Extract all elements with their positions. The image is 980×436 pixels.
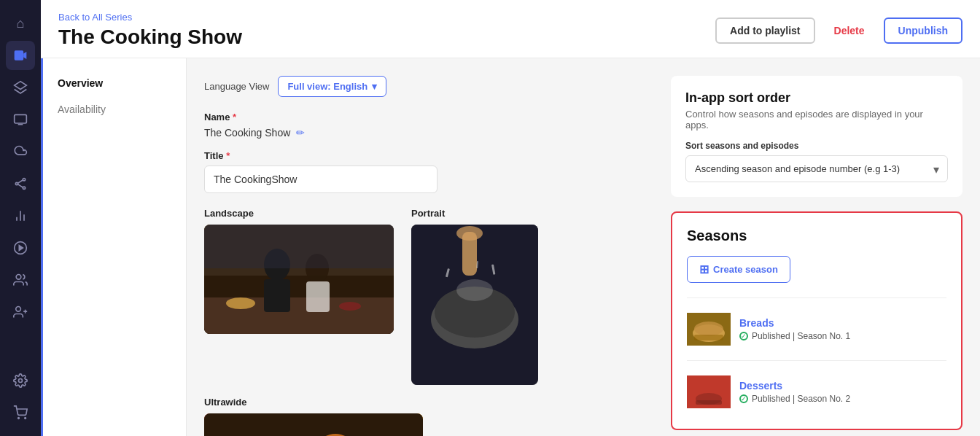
header-actions: Add to playlist Delete Unpublish [715, 17, 962, 44]
season-status-text-breads: Published | Season No. 1 [752, 331, 850, 341]
svg-point-15 [16, 275, 21, 280]
sort-description: Control how seasons and episodes are dis… [685, 109, 948, 131]
status-dot-desserts [739, 394, 748, 403]
season-divider-2 [687, 360, 946, 361]
language-value: Full view: English [287, 81, 368, 92]
cart-icon[interactable] [6, 398, 35, 427]
title-required-marker: * [226, 150, 230, 161]
settings-icon[interactable] [6, 366, 35, 395]
title-input[interactable] [204, 166, 438, 193]
svg-point-5 [23, 179, 25, 181]
create-season-label: Create season [713, 264, 778, 275]
svg-rect-3 [15, 114, 27, 123]
svg-rect-57 [694, 335, 723, 340]
ultrawide-image [204, 413, 423, 436]
portrait-image [411, 225, 538, 385]
sort-section: In-app sort order Control how seasons an… [671, 76, 962, 197]
svg-point-30 [339, 302, 361, 311]
user-plus-icon[interactable] [6, 297, 35, 327]
landscape-image [204, 225, 394, 334]
portrait-label: Portrait [411, 208, 538, 219]
cloud-icon[interactable] [6, 137, 35, 166]
season-status-text-desserts: Published | Season No. 2 [752, 394, 850, 404]
title-label: Title * [204, 150, 648, 161]
images-row: Landscape [204, 208, 648, 385]
sidebar: ⌂ [0, 0, 41, 436]
name-required-marker: * [233, 112, 236, 122]
delete-button[interactable]: Delete [821, 19, 878, 42]
left-column: Language View Full view: English ▾ Name … [204, 76, 648, 419]
content-area: Overview Availability Language View Full… [41, 58, 980, 436]
ultrawide-group: Ultrawide [204, 397, 648, 436]
page-title: The Cooking Show [58, 26, 242, 49]
nav-item-availability[interactable]: Availability [43, 96, 186, 122]
edit-name-icon[interactable]: ✏ [296, 127, 305, 139]
nav-item-overview[interactable]: Overview [43, 70, 186, 96]
sort-select[interactable]: Ascending season and episode number (e.g… [685, 155, 948, 182]
svg-rect-28 [306, 281, 330, 312]
name-value-row: The Cooking Show ✏ [204, 127, 648, 139]
tv-icon[interactable] [6, 105, 35, 134]
svg-line-8 [18, 180, 23, 183]
language-select-btn[interactable]: Full view: English ▾ [278, 76, 386, 97]
landscape-label: Landscape [204, 208, 394, 219]
video-icon[interactable] [6, 41, 35, 70]
header-left: Back to All Series The Cooking Show [58, 12, 242, 49]
svg-marker-1 [23, 52, 26, 59]
season-name-breads[interactable]: Breads [739, 317, 850, 329]
svg-point-39 [456, 279, 493, 301]
svg-marker-2 [15, 82, 27, 90]
images-section: Landscape [204, 208, 648, 436]
season-thumb-desserts [687, 375, 731, 408]
svg-rect-26 [264, 279, 290, 312]
sort-select-wrapper: Ascending season and episode number (e.g… [685, 155, 948, 182]
svg-point-19 [19, 379, 23, 383]
seasons-title: Seasons [687, 227, 946, 244]
play-circle-icon[interactable] [6, 233, 35, 262]
portrait-group: Portrait [411, 208, 538, 385]
language-row: Language View Full view: English ▾ [204, 76, 648, 97]
right-column: In-app sort order Control how seasons an… [671, 76, 962, 419]
layers-icon[interactable] [6, 73, 35, 102]
svg-rect-64 [696, 400, 722, 405]
season-status-breads: Published | Season No. 1 [739, 331, 850, 341]
add-to-playlist-button[interactable]: Add to playlist [715, 17, 814, 44]
svg-point-21 [25, 418, 26, 419]
main-container: Back to All Series The Cooking Show Add … [41, 0, 980, 436]
landscape-group: Landscape [204, 208, 394, 385]
create-season-button[interactable]: ⊞ Create season [687, 256, 790, 283]
users-icon[interactable] [6, 265, 35, 295]
left-nav: Overview Availability [41, 58, 187, 436]
season-item-desserts[interactable]: Desserts Published | Season No. 2 [687, 370, 946, 414]
svg-point-56 [694, 322, 723, 336]
svg-point-41 [456, 226, 483, 241]
seasons-section: Seasons ⊞ Create season [671, 211, 962, 430]
name-field-group: Name * The Cooking Show ✏ [204, 112, 648, 139]
svg-marker-14 [19, 246, 23, 251]
svg-point-6 [15, 182, 18, 184]
season-item-breads[interactable]: Breads Published | Season No. 1 [687, 307, 946, 351]
name-label: Name * [204, 112, 648, 122]
title-field-group: Title * [204, 150, 648, 193]
sort-title: In-app sort order [685, 90, 948, 106]
home-icon[interactable]: ⌂ [6, 9, 35, 38]
sort-label: Sort seasons and episodes [685, 141, 948, 151]
chart-icon[interactable] [6, 201, 35, 230]
share-icon[interactable] [6, 169, 35, 198]
chevron-down-icon: ▾ [372, 81, 377, 92]
season-info-breads: Breads Published | Season No. 1 [739, 317, 850, 341]
svg-rect-0 [15, 50, 24, 60]
svg-point-16 [16, 307, 21, 312]
svg-point-20 [18, 418, 20, 419]
svg-line-9 [18, 184, 23, 187]
page-header: Back to All Series The Cooking Show Add … [41, 0, 980, 58]
back-link[interactable]: Back to All Series [58, 12, 242, 23]
main-content: Language View Full view: English ▾ Name … [187, 58, 980, 436]
ultrawide-label: Ultrawide [204, 397, 648, 408]
season-status-desserts: Published | Season No. 2 [739, 394, 850, 404]
svg-rect-45 [204, 413, 423, 436]
plus-icon: ⊞ [699, 262, 709, 276]
unpublish-button[interactable]: Unpublish [884, 17, 962, 44]
season-name-desserts[interactable]: Desserts [739, 380, 850, 392]
season-divider-1 [687, 297, 946, 298]
